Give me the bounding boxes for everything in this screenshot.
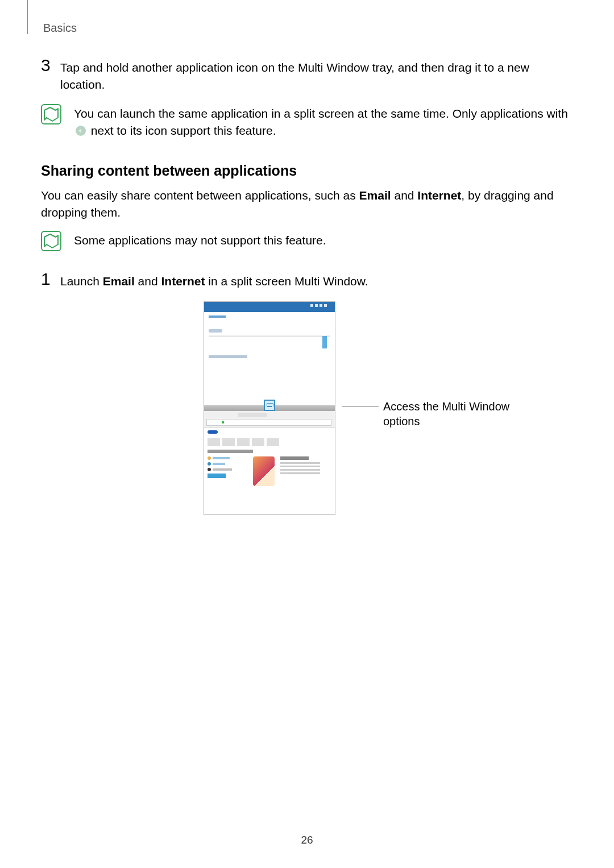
note1-after: next to its icon support this feature. [88,124,276,137]
s1-email: Email [103,275,135,288]
email-body-blur [209,355,247,358]
b1-pre: You can easily share content between app… [41,189,359,202]
content-area: 3 Tap and hold another application icon … [41,57,571,515]
stack-support-icon [76,126,86,136]
step-text: Launch Email and Internet in a split scr… [60,271,368,290]
b1-internet: Internet [417,189,461,202]
step-number: 3 [41,57,60,74]
email-subject-blur [209,329,222,333]
s1-mid: and [135,275,161,288]
note1-before: You can launch the same application in a… [74,107,568,120]
b1-email: Email [359,189,391,202]
note-text: You can launch the same application in a… [74,104,571,140]
browser-toolbar [204,411,335,428]
s1-internet: Internet [161,275,205,288]
page-margin-rule [27,0,28,34]
step-3: 3 Tap and hold another application icon … [41,57,571,94]
body-paragraph: You can easily share content between app… [41,187,571,222]
callout-label: Access the Multi Window options [383,399,531,429]
section-heading: Sharing content between applications [41,163,571,179]
s1-pre: Launch [60,275,103,288]
figure: Access the Multi Window options [41,301,571,515]
page-number: 26 [0,834,614,846]
note-block-2: Some applications may not support this f… [41,231,571,251]
product-thumb [253,456,275,486]
device-screenshot [204,301,335,515]
multiwindow-handle-icon [264,400,275,411]
step-text: Tap and hold another application icon on… [60,57,571,94]
text-cursor [322,336,327,348]
callout-line [342,406,379,406]
note-icon [41,104,61,124]
browser-content [204,428,335,515]
s1-post: in a split screen Multi Window. [205,275,368,288]
step-1: 1 Launch Email and Internet in a split s… [41,271,571,290]
b1-mid: and [391,189,418,202]
note-icon [41,231,61,251]
email-title-bar [204,302,335,312]
section-header: Basics [43,22,77,35]
brand-logo-blur [208,430,218,434]
note-text: Some applications may not support this f… [74,231,326,249]
note-block-1: You can launch the same application in a… [41,104,571,140]
step-number: 1 [41,271,60,288]
